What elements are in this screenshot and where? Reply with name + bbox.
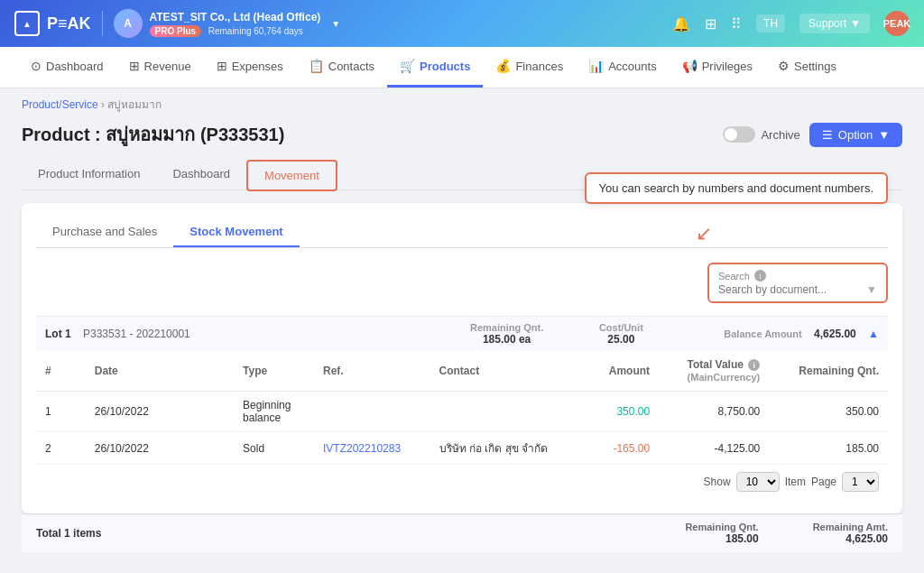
tab-label-product-information: Product Information <box>38 167 140 180</box>
archive-label: Archive <box>761 128 799 142</box>
privileges-icon: 📢 <box>682 59 698 73</box>
logo-area: ▲ P≡AK <box>14 11 103 36</box>
total-remaining-qnt-label: Remaining Qnt. <box>685 522 758 532</box>
finances-icon: 💰 <box>495 59 511 73</box>
total-remaining-qnt: Remaining Qnt. 185.00 <box>685 522 758 545</box>
total-label: Total 1 items <box>36 527 101 540</box>
lot-row: Lot 1 P333531 - 202210001 Remaining Qnt.… <box>36 317 888 352</box>
archive-switch[interactable] <box>723 126 755 143</box>
nav-label-accounts: Accounts <box>608 60 656 73</box>
language-button[interactable]: TH <box>756 14 785 32</box>
total-values: Remaining Qnt. 185.00 Remaining Amt. 4,6… <box>685 522 888 545</box>
sidebar-item-dashboard[interactable]: ⊙ Dashboard <box>18 47 116 88</box>
page-title-row: Product : สบู่หอมมาก (P333531) Archive ☰… <box>22 120 902 149</box>
nav-label-privileges: Privileges <box>702 60 753 73</box>
cell-date: 26/10/2022 <box>86 432 234 465</box>
products-icon: 🛒 <box>400 59 415 73</box>
total-remaining-qnt-value: 185.00 <box>685 532 758 545</box>
lot-cost-value: 25.00 <box>593 333 650 346</box>
avatar: A <box>114 9 143 38</box>
nav-label-settings: Settings <box>794 60 836 73</box>
table-header-row: # Date Type Ref. Contact Amount Total Va… <box>36 351 888 392</box>
search-dropdown-icon[interactable]: ▼ <box>866 283 877 296</box>
sidebar-item-privileges[interactable]: 📢 Privileges <box>670 47 765 88</box>
tab-stock-movement[interactable]: Stock Movement <box>173 217 299 247</box>
nav-label-revenue: Revenue <box>144 60 191 73</box>
sidebar-item-products[interactable]: 🛒 Products <box>387 47 483 88</box>
peak-button[interactable]: PEAK <box>884 11 910 36</box>
inner-tabs: Purchase and Sales Stock Movement <box>36 217 888 248</box>
sidebar-item-finances[interactable]: 💰 Finances <box>483 47 576 88</box>
item-label: Item <box>785 476 806 488</box>
chevron-down-icon: ▼ <box>850 17 861 30</box>
search-label-text: Search <box>718 271 750 282</box>
lot-label: Lot 1 <box>45 328 71 340</box>
total-remaining-amt: Remaining Amt. 4,625.00 <box>813 522 888 545</box>
tab-purchase-sales[interactable]: Purchase and Sales <box>36 217 173 247</box>
support-button[interactable]: Support ▼ <box>799 14 870 33</box>
inner-tab-label-purchase-sales: Purchase and Sales <box>52 225 157 238</box>
col-header-remaining-qnt: Remaining Qnt. <box>769 351 888 392</box>
revenue-icon: ⊞ <box>129 59 140 73</box>
amount-value: 350.00 <box>616 405 650 418</box>
tab-label-dashboard: Dashboard <box>172 167 230 180</box>
tab-movement[interactable]: Movement <box>246 160 337 191</box>
lot-cost-label: Cost/Unit <box>593 322 650 333</box>
cell-ref <box>314 392 430 432</box>
cell-contact: บริษัท ก่อ เกิด สุข จำกัด <box>430 432 584 465</box>
sidebar-item-accounts[interactable]: 📊 Accounts <box>576 47 669 88</box>
page-select[interactable]: 1 2 <box>842 472 879 492</box>
apps-icon[interactable]: ⠿ <box>731 15 742 32</box>
cell-type: Beginningbalance <box>234 392 314 432</box>
option-label: Option <box>838 128 873 142</box>
tooltip-arrow-icon: ↙ <box>696 222 712 245</box>
chevron-up-icon[interactable]: ▲ <box>868 328 879 340</box>
grid-icon[interactable]: ⊞ <box>705 15 716 32</box>
expenses-icon: ⊞ <box>217 59 227 73</box>
logo-text: P≡AK <box>47 14 91 33</box>
breadcrumb-parent[interactable]: Product/Service <box>22 98 98 111</box>
total-value-info-icon[interactable]: i <box>748 359 760 371</box>
amount-value: -165.00 <box>613 442 650 455</box>
ref-link[interactable]: IVTZ202210283 <box>323 442 401 455</box>
sidebar-item-revenue[interactable]: ⊞ Revenue <box>116 47 204 88</box>
cell-total-value: -4,125.00 <box>659 432 769 465</box>
notification-icon[interactable]: 🔔 <box>672 15 690 32</box>
cell-total-value: 8,750.00 <box>659 392 769 432</box>
archive-toggle: Archive <box>723 126 799 143</box>
sidebar-item-expenses[interactable]: ⊞ Expenses <box>204 47 296 88</box>
search-label: Search i <box>718 270 877 282</box>
nav-label-contacts: Contacts <box>328 60 374 73</box>
data-table: Lot 1 P333531 - 202210001 Remaining Qnt.… <box>36 316 888 465</box>
total-remaining-amt-value: 4,625.00 <box>813 532 888 545</box>
cell-date: 26/10/2022 <box>86 392 234 432</box>
tab-product-information[interactable]: Product Information <box>22 160 156 189</box>
sidebar-item-contacts[interactable]: 📋 Contacts <box>296 47 387 88</box>
table-row: 1 26/10/2022 Beginningbalance 350.00 8,7… <box>36 392 888 432</box>
page-content: Product : สบู่หอมมาก (P333531) Archive ☰… <box>0 120 924 552</box>
lot-remaining-value: 185.00 ea <box>439 333 575 346</box>
nav-label-finances: Finances <box>515 60 563 73</box>
nav-label-dashboard: Dashboard <box>46 60 104 73</box>
search-input[interactable] <box>718 283 863 296</box>
settings-icon: ⚙ <box>778 59 790 73</box>
company-selector[interactable]: A ATEST_SIT Co., Ltd (Head Office) PRO P… <box>114 9 341 38</box>
col-header-no: # <box>36 351 86 392</box>
cell-remaining-qnt: 350.00 <box>769 392 888 432</box>
chevron-down-icon: ▼ <box>878 128 890 142</box>
dashboard-icon: ⊙ <box>31 59 42 73</box>
breadcrumb-current: สบู่หอมมาก <box>107 98 162 111</box>
tooltip-text: You can search by numbers and document n… <box>599 181 873 195</box>
inner-tab-label-stock-movement: Stock Movement <box>189 225 282 238</box>
tab-dashboard[interactable]: Dashboard <box>156 160 246 189</box>
col-header-ref: Ref. <box>314 351 430 392</box>
tab-label-movement: Movement <box>264 169 319 182</box>
search-tooltip: You can search by numbers and document n… <box>585 172 888 204</box>
option-button[interactable]: ☰ Option ▼ <box>809 123 902 147</box>
col-header-type: Type <box>234 351 314 392</box>
search-area: Search i ▼ <box>36 263 888 303</box>
total-remaining-amt-label: Remaining Amt. <box>813 522 888 532</box>
show-select[interactable]: 10 25 50 <box>736 472 780 492</box>
search-info-icon[interactable]: i <box>754 270 766 282</box>
sidebar-item-settings[interactable]: ⚙ Settings <box>765 47 849 88</box>
